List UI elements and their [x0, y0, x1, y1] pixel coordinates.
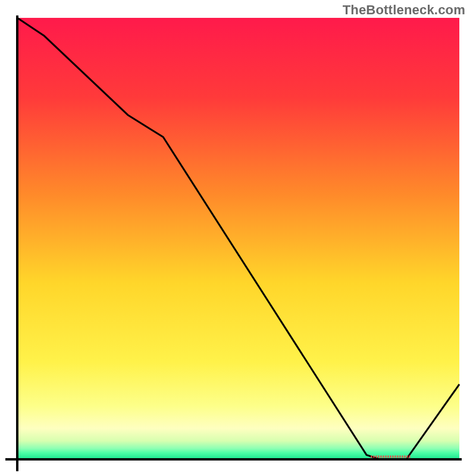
watermark-text: TheBottleneck.com: [343, 2, 465, 18]
bottleneck-chart: [0, 0, 476, 476]
chart-background: [17, 18, 459, 459]
chart-container: TheBottleneck.com: [0, 0, 476, 476]
